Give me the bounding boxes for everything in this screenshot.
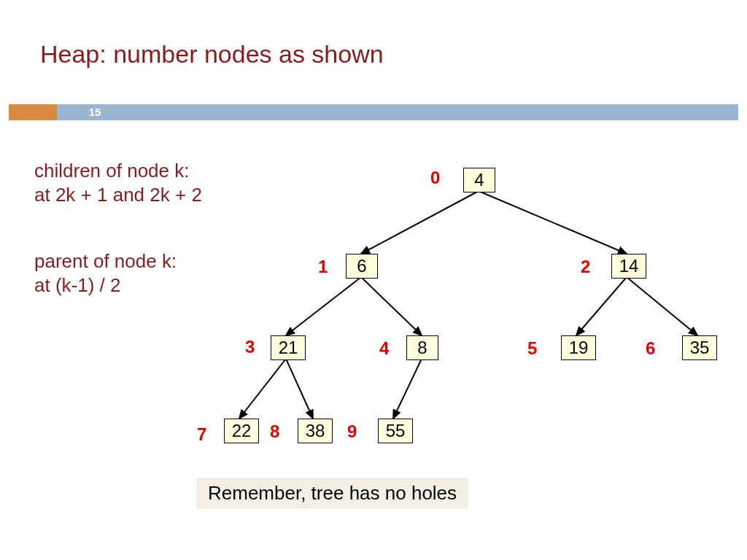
heap-index-7: 7: [197, 424, 206, 445]
edge-1-4: [361, 277, 422, 335]
tree-edges: [0, 146, 747, 467]
slide-number: 15: [66, 106, 124, 118]
edge-1-3: [286, 277, 361, 335]
heap-tree: 406114221384195356227388559: [0, 146, 747, 467]
heap-node-7: 22: [224, 419, 259, 443]
heap-index-3: 3: [245, 337, 255, 357]
heap-node-9: 55: [378, 419, 413, 443]
heap-index-5: 5: [527, 338, 537, 359]
header-bar: 15: [9, 104, 738, 120]
remember-note: Remember, tree has no holes: [197, 478, 468, 508]
heap-index-2: 2: [581, 257, 590, 277]
heap-node-1: 6: [346, 254, 378, 279]
edge-2-5: [576, 277, 627, 335]
heap-index-4: 4: [379, 338, 389, 359]
heap-index-1: 1: [318, 257, 328, 277]
heap-index-6: 6: [646, 338, 655, 359]
edge-3-7: [239, 359, 286, 419]
edge-2-6: [627, 277, 697, 335]
edge-0-1: [361, 191, 479, 254]
edge-0-2: [479, 191, 627, 254]
bar-accent: [9, 104, 57, 120]
page-title: Heap: number nodes as shown: [40, 40, 747, 69]
edge-3-8: [286, 359, 313, 419]
heap-node-3: 21: [271, 335, 306, 360]
heap-node-4: 8: [406, 335, 438, 360]
heap-index-0: 0: [430, 168, 440, 188]
heap-node-6: 35: [682, 335, 717, 360]
edge-4-9: [393, 359, 422, 419]
heap-node-8: 38: [298, 419, 333, 443]
heap-node-2: 14: [611, 254, 646, 279]
heap-index-8: 8: [270, 421, 279, 442]
heap-index-9: 9: [347, 421, 357, 442]
heap-node-5: 19: [561, 335, 596, 360]
heap-node-0: 4: [463, 168, 495, 192]
